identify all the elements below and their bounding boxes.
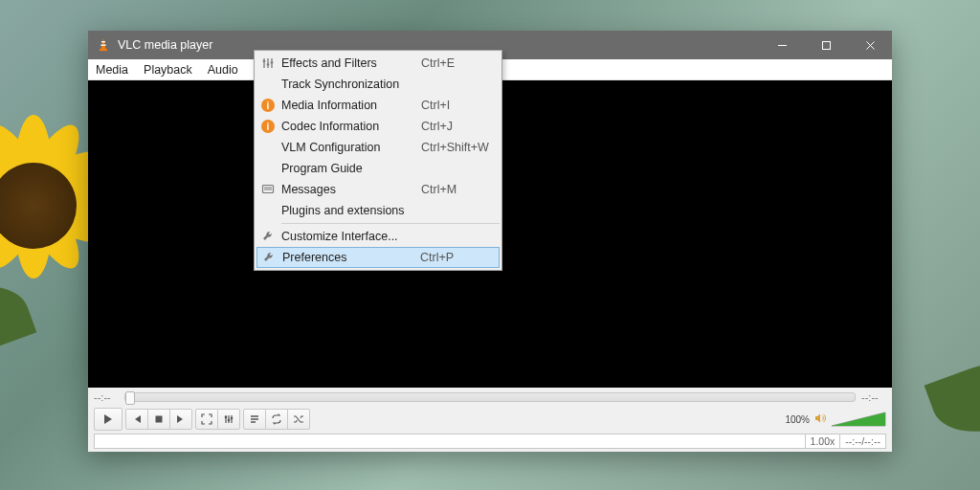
menu-item-accelerator: Ctrl+I	[421, 99, 494, 112]
volume-slider[interactable]	[831, 411, 886, 428]
menu-item-accelerator: Ctrl+P	[420, 251, 493, 264]
svg-rect-9	[267, 64, 270, 66]
menu-item-vlm-configuration[interactable]: VLM ConfigurationCtrl+Shift+W	[256, 137, 500, 158]
leaf-decoration	[0, 270, 36, 372]
next-button[interactable]	[169, 409, 192, 430]
playback-speed[interactable]: 1.00x	[805, 434, 841, 449]
sliders-icon	[258, 56, 278, 70]
menu-media[interactable]: Media	[88, 59, 136, 79]
seek-slider[interactable]	[124, 392, 856, 402]
menu-item-accelerator: Ctrl+M	[421, 183, 494, 196]
menu-audio[interactable]: Audio	[200, 59, 246, 79]
seek-handle[interactable]	[125, 391, 135, 405]
minimize-button[interactable]	[760, 31, 804, 59]
menu-item-label: Track Synchronization	[278, 78, 421, 91]
window-title: VLC media player	[118, 38, 212, 52]
menu-item-accelerator: Ctrl+Shift+W	[421, 141, 494, 154]
menu-item-accelerator: Ctrl+J	[421, 120, 494, 133]
status-bar	[94, 434, 806, 449]
menu-item-preferences[interactable]: PreferencesCtrl+P	[256, 247, 500, 268]
leaf-decoration	[924, 346, 980, 449]
svg-rect-3	[822, 41, 830, 49]
menu-item-label: Program Guide	[278, 162, 421, 175]
svg-point-5	[225, 416, 228, 419]
close-button[interactable]	[848, 31, 892, 59]
menu-item-label: Plugins and extensions	[278, 204, 421, 217]
info-icon: i	[258, 120, 278, 133]
controls-panel: --:-- --:-- 100%	[88, 388, 892, 452]
svg-rect-0	[100, 49, 107, 51]
menu-item-label: Customize Interface...	[278, 230, 421, 243]
speaker-icon[interactable]	[813, 412, 827, 427]
menu-item-codec-information[interactable]: iCodec InformationCtrl+J	[256, 116, 500, 137]
svg-rect-10	[271, 62, 274, 64]
time-display: --:--/--:--	[839, 434, 886, 449]
vlc-cone-icon	[96, 37, 111, 53]
svg-rect-2	[100, 45, 105, 46]
menu-item-customize-interface[interactable]: Customize Interface...	[256, 226, 500, 247]
prev-button[interactable]	[125, 409, 148, 430]
ext-settings-button[interactable]	[217, 409, 240, 430]
menu-item-label: Messages	[278, 183, 421, 196]
stop-button[interactable]	[147, 409, 170, 430]
menu-item-messages[interactable]: MessagesCtrl+M	[256, 179, 500, 200]
menu-item-label: Effects and Filters	[278, 56, 421, 70]
menu-item-label: Codec Information	[278, 120, 421, 133]
svg-point-7	[231, 417, 234, 420]
menu-item-label: Media Information	[278, 99, 421, 112]
tools-menu-dropdown: Effects and FiltersCtrl+ETrack Synchroni…	[254, 50, 502, 271]
svg-rect-1	[101, 41, 105, 42]
menu-item-media-information[interactable]: iMedia InformationCtrl+I	[256, 95, 500, 116]
menu-item-label: VLM Configuration	[278, 141, 421, 154]
menu-item-plugins-and-extensions[interactable]: Plugins and extensions	[256, 200, 500, 221]
wrench-icon	[259, 251, 278, 264]
fullscreen-button[interactable]	[195, 409, 218, 430]
svg-rect-8	[263, 60, 266, 62]
menu-playback[interactable]: Playback	[136, 59, 200, 79]
info-icon: i	[258, 99, 278, 112]
svg-point-6	[228, 419, 231, 422]
shuffle-button[interactable]	[287, 409, 310, 430]
menu-item-program-guide[interactable]: Program Guide	[256, 158, 500, 179]
svg-rect-4	[156, 416, 163, 423]
menu-item-effects-and-filters[interactable]: Effects and FiltersCtrl+E	[256, 53, 500, 74]
menu-separator	[281, 223, 500, 224]
menu-item-accelerator: Ctrl+E	[421, 56, 494, 70]
msg-icon	[258, 183, 278, 196]
menu-item-label: Preferences	[278, 251, 420, 264]
play-button[interactable]	[94, 408, 122, 431]
remaining-time: --:--	[861, 391, 886, 403]
volume-percent: 100%	[785, 414, 810, 425]
wrench-icon	[258, 230, 278, 243]
loop-button[interactable]	[265, 409, 288, 430]
elapsed-time: --:--	[94, 391, 119, 403]
menu-item-track-synchronization[interactable]: Track Synchronization	[256, 74, 500, 95]
maximize-button[interactable]	[804, 31, 848, 59]
playlist-button[interactable]	[243, 409, 266, 430]
